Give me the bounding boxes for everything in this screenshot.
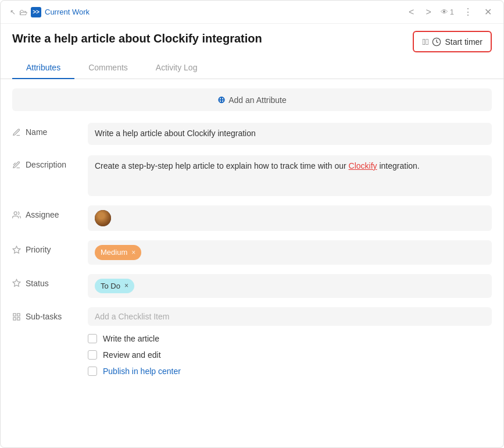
back-arrow-icon[interactable]: ↖ [10,8,16,16]
list-item: Write the article [88,330,492,347]
breadcrumb: ↖ 🗁 >> Current Work [10,7,90,17]
subtask-label-3: Publish in help center [103,367,181,376]
add-attribute-label: Add an Attribute [228,95,287,105]
start-timer-button[interactable]: ⏱ Start timer [413,31,492,52]
description-value[interactable]: Create a step-by-step help article to ex… [88,155,492,196]
priority-badge: Medium × [95,245,141,260]
name-label: Name [12,123,88,137]
status-label: Status [12,274,88,288]
tab-comments[interactable]: Comments [74,57,142,79]
priority-label: Priority [12,240,88,254]
timer-icon: ⏱ [422,37,428,47]
list-item: Publish in help center [88,363,492,379]
tab-attributes[interactable]: Attributes [12,57,74,79]
clockify-link[interactable]: Clockify [349,161,377,170]
breadcrumb-link[interactable]: Current Work [45,8,90,16]
description-label: Description [12,155,88,169]
subtask-label-1: Write the article [103,334,159,343]
top-nav: ↖ 🗁 >> Current Work < > 👁 1 ⋮ ✕ [1,1,503,24]
status-badge: To Do × [95,279,134,294]
avatar [95,210,111,226]
status-icon [12,279,21,287]
name-icon [12,128,21,137]
more-options-button[interactable]: ⋮ [461,5,475,19]
add-attribute-bar[interactable]: ⊕ Add an Attribute [12,88,492,111]
avatar-image [95,210,111,226]
assignee-value[interactable] [88,205,492,231]
attributes-panel: ⊕ Add an Attribute Name Write a help art… [1,79,503,447]
eye-icon: 👁 [441,8,448,16]
svg-marker-4 [13,279,20,286]
viewers-count: 👁 1 [441,8,454,16]
description-text-suffix: integration. [377,161,420,170]
svg-rect-7 [17,317,20,319]
svg-marker-3 [13,246,20,253]
page-title: Write a help article about Clockify inte… [12,31,262,46]
status-remove-button[interactable]: × [124,280,128,291]
priority-remove-button[interactable]: × [131,247,135,258]
description-text-prefix: Create a step-by-step help article to ex… [95,161,349,170]
list-item: Review and edit [88,347,492,363]
assignee-icon [12,211,21,219]
prev-nav-button[interactable]: < [406,6,416,19]
tab-activity-log[interactable]: Activity Log [142,57,212,79]
svg-rect-5 [13,313,16,315]
assignee-label: Assignee [12,205,88,219]
svg-rect-8 [13,317,16,319]
status-badge-label: To Do [101,280,120,292]
subtasks-icon [12,312,21,321]
priority-value[interactable]: Medium × [88,240,492,265]
subtask-checkbox-1[interactable] [88,334,97,343]
tabs-bar: Attributes Comments Activity Log [1,57,503,79]
priority-row: Priority Medium × [12,240,492,265]
status-value[interactable]: To Do × [88,274,492,298]
assignee-row: Assignee [12,205,492,231]
top-nav-right: < > 👁 1 ⋮ ✕ [406,5,494,19]
subtasks-container: Add a Checklist Item Write the article R… [88,307,492,379]
workspace-logo: >> [31,7,41,17]
subtask-label-2: Review and edit [103,350,161,360]
subtasks-label: Sub-tasks [12,307,88,321]
folder-icon: 🗁 [19,8,27,17]
description-icon [12,161,21,169]
clockify-icon [432,37,441,47]
close-button[interactable]: ✕ [482,5,494,19]
status-text-label: Status [26,279,49,288]
start-timer-label: Start timer [445,37,482,47]
subtask-checkbox-3[interactable] [88,367,97,376]
subtask-checkbox-2[interactable] [88,350,97,360]
header: Write a help article about Clockify inte… [1,24,503,57]
svg-point-2 [14,211,17,214]
priority-badge-label: Medium [101,247,127,258]
priority-icon [12,246,21,254]
svg-rect-6 [17,313,20,315]
description-row: Description Create a step-by-step help a… [12,155,492,196]
add-icon: ⊕ [217,94,225,105]
name-row: Name Write a help article about Clockify… [12,123,492,146]
subtasks-row: Sub-tasks Add a Checklist Item Write the… [12,307,492,379]
status-row: Status To Do × [12,274,492,298]
name-value[interactable]: Write a help article about Clockify inte… [88,123,492,145]
subtask-input[interactable]: Add a Checklist Item [88,307,492,326]
next-nav-button[interactable]: > [423,6,433,19]
